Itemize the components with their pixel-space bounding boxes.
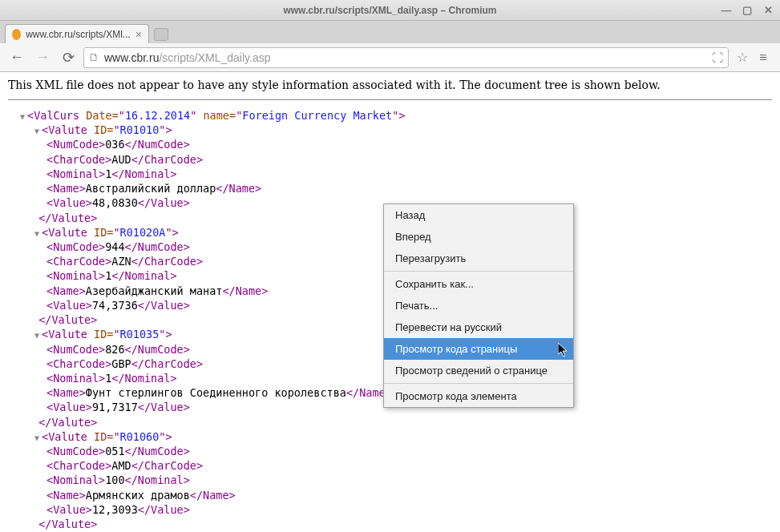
divider bbox=[8, 99, 772, 100]
ctx-inspect[interactable]: Просмотр кода элемента bbox=[384, 385, 573, 407]
forward-button[interactable]: → bbox=[32, 47, 53, 68]
ctx-viewsource[interactable]: Просмотр кода страницы bbox=[384, 338, 573, 360]
context-menu: Назад Вперед Перезагрузить Сохранить как… bbox=[383, 204, 574, 408]
ctx-separator bbox=[384, 383, 573, 384]
toolbar: ← → ⟳ 🗋 www.cbr.ru/scripts/XML_daily.asp… bbox=[0, 43, 780, 72]
ctx-translate[interactable]: Перевести на русский bbox=[384, 316, 573, 338]
window-controls: — ▢ ✕ bbox=[719, 3, 775, 16]
ctx-forward[interactable]: Вперед bbox=[384, 226, 573, 248]
address-bar[interactable]: 🗋 www.cbr.ru/scripts/XML_daily.asp ⛶ bbox=[83, 47, 729, 68]
bookmark-icon[interactable]: ☆ bbox=[737, 50, 748, 65]
ctx-back[interactable]: Назад bbox=[384, 204, 573, 226]
url-host: www.cbr.ru bbox=[104, 51, 159, 64]
url-actions: ⛶ bbox=[712, 51, 723, 64]
reload-button[interactable]: ⟳ bbox=[58, 47, 79, 68]
back-button[interactable]: ← bbox=[6, 47, 27, 68]
ctx-pageinfo[interactable]: Просмотр сведений о странице bbox=[384, 360, 573, 381]
ctx-reload[interactable]: Перезагрузить bbox=[384, 248, 573, 269]
translate-icon[interactable]: ⛶ bbox=[712, 51, 723, 64]
ctx-separator bbox=[384, 271, 573, 272]
window-title: www.cbr.ru/scripts/XML_daily.asp – Chrom… bbox=[283, 5, 496, 16]
ctx-saveas[interactable]: Сохранить как... bbox=[384, 273, 573, 295]
favicon-icon bbox=[12, 29, 21, 40]
menu-button[interactable]: ≡ bbox=[753, 47, 774, 68]
browser-tab[interactable]: www.cbr.ru/scripts/XMl... × bbox=[5, 24, 149, 43]
new-tab-button[interactable] bbox=[154, 28, 168, 41]
maximize-button[interactable]: ▢ bbox=[740, 3, 754, 16]
close-button[interactable]: ✕ bbox=[761, 3, 775, 16]
tab-title: www.cbr.ru/scripts/XMl... bbox=[26, 29, 131, 40]
ctx-print[interactable]: Печать... bbox=[384, 295, 573, 316]
xml-banner: This XML file does not appear to have an… bbox=[8, 79, 772, 96]
window-titlebar: www.cbr.ru/scripts/XML_daily.asp – Chrom… bbox=[0, 0, 780, 21]
tab-close-icon[interactable]: × bbox=[135, 28, 142, 41]
page-icon: 🗋 bbox=[89, 51, 99, 63]
tab-bar: www.cbr.ru/scripts/XMl... × bbox=[0, 21, 780, 43]
url-path: /scripts/XML_daily.asp bbox=[159, 51, 270, 64]
minimize-button[interactable]: — bbox=[719, 3, 734, 16]
